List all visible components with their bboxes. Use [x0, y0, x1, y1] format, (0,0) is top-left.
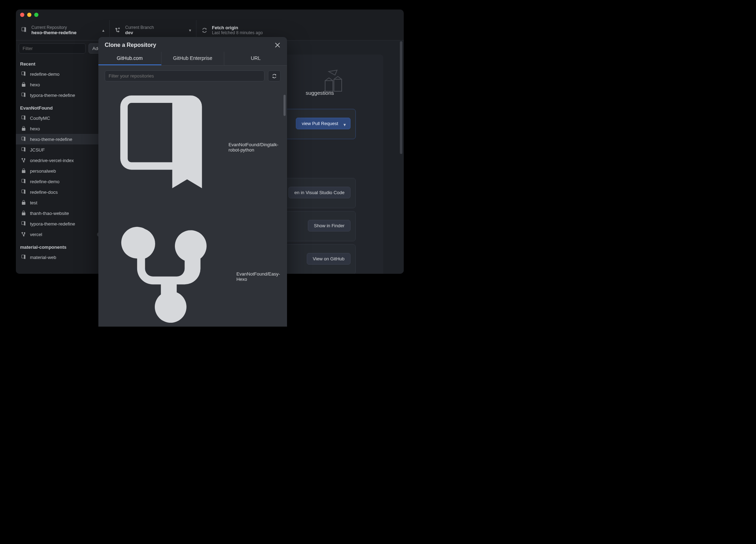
fetch-status: Last fetched 8 minutes ago	[212, 30, 263, 35]
repo-icon	[21, 147, 26, 153]
sidebar-item[interactable]: JCSUF	[16, 144, 109, 155]
sidebar-section-header: EvanNotFound	[16, 100, 109, 113]
branch-icon	[115, 27, 121, 33]
lock-icon	[21, 200, 26, 205]
repo-filter-input[interactable]	[105, 70, 264, 81]
scrollbar[interactable]	[399, 41, 403, 273]
sidebar-item-label: material-web	[30, 255, 56, 260]
sidebar-item[interactable]: redefine-demo	[16, 176, 109, 187]
sidebar-item[interactable]: vercel	[16, 229, 109, 240]
clone-tab[interactable]: GitHub.com	[98, 52, 161, 65]
sidebar-filter-input[interactable]	[19, 43, 86, 54]
sidebar-item-label: onedrive-vercel-index	[30, 158, 74, 163]
clone-repository-dialog: Clone a Repository GitHub.comGitHub Ente…	[98, 37, 287, 327]
sidebar-item-label: thanh-thao-website	[30, 211, 69, 216]
sidebar-item-label: vercel	[30, 232, 42, 237]
fork-icon	[105, 213, 232, 327]
repository-sidebar: Add ▼ Recentredefine-demohexotypora-them…	[16, 41, 110, 274]
clone-source-tabs: GitHub.comGitHub EnterpriseURL	[98, 52, 287, 66]
sidebar-item[interactable]: test	[16, 197, 109, 208]
repo-icon	[21, 254, 26, 260]
sidebar-section-header: material-components	[16, 240, 109, 252]
chevron-down-icon: ▾	[189, 28, 191, 33]
repo-icon	[21, 115, 26, 121]
branch-value: dev	[125, 30, 154, 36]
titlebar	[16, 10, 404, 20]
sidebar-item-label: redefine-docs	[30, 190, 58, 195]
sidebar-item-label: CooflyMC	[30, 116, 50, 121]
fork-icon	[21, 157, 26, 163]
repo-icon	[21, 71, 26, 77]
sidebar-item[interactable]: redefine-demo	[16, 69, 109, 79]
lock-icon	[21, 126, 26, 131]
view-pull-request-button[interactable]: view Pull Request ▼	[296, 118, 350, 129]
sidebar-item[interactable]: typora-theme-redefine	[16, 218, 109, 229]
sidebar-item[interactable]: typora-theme-redefine	[16, 90, 109, 100]
sidebar-item-label: JCSUF	[30, 147, 45, 153]
close-icon[interactable]	[274, 42, 281, 48]
sidebar-item[interactable]: hexo	[16, 79, 109, 90]
sidebar-item[interactable]: thanh-thao-website	[16, 208, 109, 218]
view-on-github-button[interactable]: View on GitHub	[307, 253, 350, 265]
repo-icon	[21, 92, 26, 98]
fork-icon	[21, 231, 26, 237]
lock-icon	[21, 82, 26, 87]
lock-icon	[21, 168, 26, 174]
repo-label: Current Repository	[31, 25, 77, 30]
sidebar-item-label: hexo	[30, 82, 40, 87]
window-minimize-button[interactable]	[27, 13, 31, 17]
list-scrollbar[interactable]	[284, 95, 286, 116]
sidebar-item-label: hexo-theme-redefine	[30, 137, 72, 142]
open-in-editor-button[interactable]: en in Visual Studio Code	[288, 187, 350, 198]
sidebar-item[interactable]: hexo-theme-redefine	[16, 134, 109, 144]
repo-list-item[interactable]: EvanNotFound/Dingtalk-robot-python	[105, 85, 281, 210]
sidebar-item[interactable]: redefine-docs	[16, 187, 109, 197]
window-close-button[interactable]	[20, 13, 24, 17]
sidebar-item[interactable]: material-web	[16, 252, 109, 262]
clone-tab[interactable]: URL	[224, 52, 287, 65]
sidebar-item[interactable]: personalweb	[16, 166, 109, 176]
dialog-title: Clone a Repository	[105, 42, 156, 48]
refresh-button[interactable]	[268, 70, 281, 81]
chevron-up-icon: ▴	[102, 28, 104, 33]
sidebar-item[interactable]: hexo	[16, 123, 109, 134]
repo-value: hexo-theme-redefine	[31, 30, 77, 36]
suggestions-label: suggestions	[306, 90, 334, 96]
show-in-finder-button[interactable]: Show in Finder	[308, 220, 350, 231]
clone-tab[interactable]: GitHub Enterprise	[161, 52, 225, 65]
lock-icon	[21, 210, 26, 216]
refresh-icon	[272, 73, 277, 79]
sidebar-item-label: typora-theme-redefine	[30, 221, 75, 227]
branch-label: Current Branch	[125, 25, 154, 30]
sync-icon	[201, 27, 208, 33]
fetch-label: Fetch origin	[212, 25, 263, 31]
sidebar-item-label: personalweb	[30, 168, 56, 174]
sidebar-item[interactable]: CooflyMC	[16, 113, 109, 123]
repo-name: EvanNotFound/Easy-Hexo	[236, 271, 280, 282]
svg-rect-1	[334, 79, 342, 91]
repo-icon	[21, 27, 27, 33]
sidebar-item[interactable]: onedrive-vercel-index	[16, 155, 109, 166]
window-zoom-button[interactable]	[34, 13, 38, 17]
sidebar-section-header: Recent	[16, 56, 109, 69]
sidebar-item-label: redefine-demo	[30, 72, 60, 77]
repo-icon	[21, 189, 26, 195]
sidebar-item-label: test	[30, 200, 37, 205]
repo-icon	[105, 88, 224, 207]
sidebar-item-label: hexo	[30, 126, 40, 131]
repo-icon	[21, 136, 26, 142]
current-repository-dropdown[interactable]: Current Repository hexo-theme-redefine ▴	[16, 20, 110, 40]
repo-icon	[21, 221, 26, 227]
sidebar-item-label: typora-theme-redefine	[30, 93, 75, 98]
chevron-down-icon: ▼	[343, 123, 347, 127]
repo-name: EvanNotFound/Dingtalk-robot-python	[228, 142, 280, 153]
repo-list-item[interactable]: EvanNotFound/Easy-Hexo	[105, 210, 281, 327]
sidebar-item-label: redefine-demo	[30, 179, 60, 184]
repo-icon	[21, 179, 26, 184]
